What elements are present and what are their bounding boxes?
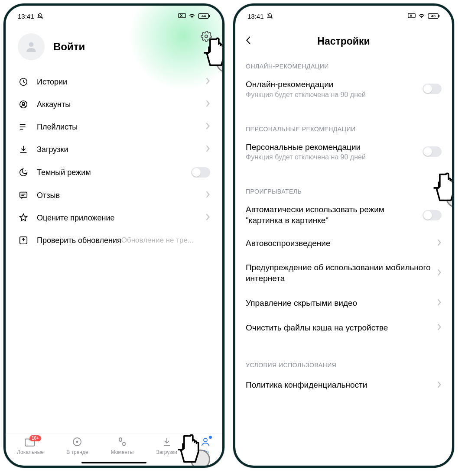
menu-sublabel: Обновление не тре... [121,236,194,245]
item-title: Управление скрытыми видео [246,298,435,309]
svg-rect-8 [20,192,27,198]
menu-label: Темный режим [37,168,191,177]
nav-badge: 10+ [29,435,41,441]
section-player: ПРОИГРЫВАТЕЛЬ [235,178,452,199]
item-pip[interactable]: Автоматически использовать режим "картин… [235,199,452,231]
item-sub: Функция будет отключена на 90 дней [246,153,423,161]
nav-label: Загрузки [156,449,177,455]
item-autoplay[interactable]: Автовоспроизведение [235,231,452,256]
update-icon [18,236,29,245]
item-online-rec[interactable]: Онлайн-рекомендации Функция будет отключ… [235,74,452,104]
phone-left: 13:41 44 [3,3,224,468]
back-button[interactable] [244,36,253,46]
page-title: Настройки [317,36,370,47]
play-icon [72,437,83,448]
status-bar: 13:41 43 [235,7,452,25]
menu-accounts[interactable]: Аккаунты [13,93,215,116]
menu-downloads[interactable]: Загрузки [13,138,215,161]
no-sim-icon [178,13,186,20]
online-rec-toggle[interactable] [423,84,442,94]
menu-label: Оцените приложение [37,214,203,223]
star-icon [18,213,29,223]
chevron-right-icon [437,381,442,390]
section-terms: УСЛОВИЯ ИСПОЛЬЗОВАНИЯ [235,352,452,373]
status-bar: 13:41 44 [6,7,222,25]
svg-point-11 [77,441,78,443]
menu-rate[interactable]: Оцените приложение [13,207,215,229]
chat-icon [18,191,29,200]
item-personal-rec[interactable]: Персональные рекомендации Функция будет … [235,137,452,167]
menu-history[interactable]: Истории [13,71,215,93]
chevron-right-icon [437,269,442,278]
section-personal: ПЕРСОНАЛЬНЫЕ РЕКОМЕНДАЦИИ [235,116,452,137]
user-icon [18,100,29,109]
chevron-right-icon [206,145,210,154]
menu-label: Отзыв [37,191,203,200]
phone-right: 13:41 43 Наст [233,3,454,468]
svg-rect-0 [179,13,185,18]
bottom-nav: Локальные 10+ В тренде Моменты Загрузки … [6,434,222,466]
svg-point-4 [29,42,34,47]
item-title: Автовоспроизведение [246,238,435,249]
nav-label: В тренде [66,449,88,455]
profile-nav-icon [200,437,211,448]
wifi-icon [418,13,426,20]
chevron-right-icon [437,239,442,248]
nav-label: Локальные [17,449,44,455]
menu-list: Истории Аккаунты Плейлисты Загрузки Темн [6,67,222,252]
nav-moments[interactable]: Моменты [111,437,133,455]
svg-point-12 [204,438,207,442]
download-icon [18,145,29,154]
download-nav-icon [161,437,172,448]
item-sub: Функция будет отключена на 90 дней [246,91,423,99]
clock-icon [18,77,29,87]
item-mobile-warn[interactable]: Предупреждение об использовании мобильно… [235,256,452,291]
nav-trending[interactable]: В тренде [66,437,88,455]
nav-downloads[interactable]: Загрузки [156,437,177,455]
menu-updates[interactable]: Проверить обновления Обновление не тре..… [13,229,215,252]
menu-label: Загрузки [37,145,203,154]
personal-rec-toggle[interactable] [423,146,442,157]
avatar [18,33,45,60]
menu-label: Аккаунты [37,100,203,109]
menu-feedback[interactable]: Отзыв [13,184,215,207]
item-title: Политика конфиденциальности [246,380,435,391]
battery-icon: 44 [198,13,210,19]
menu-label: Плейлисты [37,123,203,132]
item-title: Предупреждение об использовании мобильно… [246,262,435,284]
menu-playlists[interactable]: Плейлисты [13,116,215,138]
item-clear-cache[interactable]: Очистить файлы кэша на устройстве [235,316,452,340]
moments-icon [117,437,128,448]
no-sim-icon [408,13,416,20]
settings-header: Настройки [235,29,452,53]
item-title: Очистить файлы кэша на устройстве [246,323,435,334]
battery-icon: 43 [428,13,440,19]
chevron-right-icon [206,214,210,222]
nav-profile[interactable]: Пр [200,437,211,455]
nav-local[interactable]: Локальные 10+ [17,437,44,455]
item-title: Онлайн-рекомендации [246,79,423,90]
chevron-right-icon [206,123,210,131]
chevron-right-icon [206,191,210,200]
pip-toggle[interactable] [423,210,442,220]
svg-rect-15 [408,13,415,18]
chevron-right-icon [437,299,442,308]
item-title: Автоматически использовать режим "картин… [246,204,423,226]
nav-label: Пр [202,449,208,455]
wifi-icon [188,13,196,20]
dark-mode-toggle[interactable] [191,167,210,178]
item-hidden-videos[interactable]: Управление скрытыми видео [235,291,452,316]
login-label: Войти [53,41,85,53]
item-privacy[interactable]: Политика конфиденциальности [235,373,452,391]
item-title: Персональные рекомендации [246,142,423,153]
chevron-right-icon [206,100,210,109]
profile-header[interactable]: Войти [6,25,222,67]
status-time: 13:41 [18,13,34,20]
chevron-right-icon [206,78,210,86]
dnd-icon [37,13,43,19]
status-time: 13:41 [247,13,264,20]
menu-dark-mode[interactable]: Темный режим [13,161,215,184]
menu-label: Истории [37,78,203,87]
home-indicator [81,462,146,463]
svg-point-7 [22,102,25,105]
